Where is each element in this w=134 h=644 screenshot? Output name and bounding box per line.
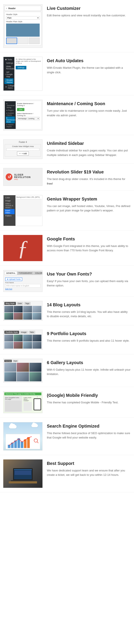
sidebar-maps: WP Google Map <box>4 70 13 78</box>
gallery-tabs: Normal Style <box>4 360 41 362</box>
mobile-friendly-title: (Google) Mobile Friendly <box>47 392 131 398</box>
feature-gallery-layouts: Normal Style 6 Gallery Layouts With 6 Ga… <box>0 354 134 387</box>
maintenance-enable-label: Enable Maintenance / Coming S <box>17 102 40 106</box>
sidebar-tools: Tools <box>4 58 13 61</box>
feature-portfolio-layouts: Portfolio Style Image Tabs 9 Portfolio L… <box>0 325 134 354</box>
tab-general[interactable]: GENERAL <box>5 272 17 275</box>
gallery-thumb-2[interactable] <box>17 363 29 372</box>
portfolio-thumb-7[interactable] <box>23 342 32 348</box>
maintenance-mode-select[interactable]: Homepage - Landing ▾ <box>17 117 40 120</box>
gallery-tab-style[interactable]: Style <box>13 360 18 362</box>
table-surface <box>9 481 37 484</box>
style-thumb-1[interactable] <box>6 38 17 44</box>
gallery-thumb-1[interactable] <box>4 363 16 372</box>
gallery-thumb-5[interactable] <box>17 372 29 381</box>
add-icon: ＋ <box>19 152 21 155</box>
portfolio-tab-image[interactable]: Image <box>20 331 28 334</box>
feature-blog-layouts: Blog Style Date Tags 14 Blog Layouts Thi… <box>0 296 134 326</box>
settings-button[interactable]: Settings <box>16 66 26 69</box>
blog-layouts-content: 14 Blog Layouts This theme comes with 14… <box>47 301 131 319</box>
blog-tab-tags[interactable]: Tags <box>24 302 31 305</box>
support-mockup <box>3 460 42 488</box>
sidebar-slider: Slider Revolution <box>4 65 13 70</box>
theme-options-tabs: GENERAL TYPOGRAPHY COLOR WIDO <box>4 271 41 275</box>
portfolio-thumb-1[interactable] <box>4 335 13 342</box>
tab-typography[interactable]: TYPOGRAPHY <box>17 272 33 275</box>
genius-wrapper-image: Color Image Video ( Youtube & Vimeo ) In… <box>3 195 42 226</box>
portfolio-tab-tabs[interactable]: Tabs <box>28 331 35 334</box>
bg-video-label: Background Video URL (MP4) <box>16 196 41 198</box>
wrapper-mockup: Color Image Video ( Youtube & Vimeo ) In… <box>3 195 42 226</box>
sidebar-settings: Settings <box>4 61 13 65</box>
portfolio-thumb-6[interactable] <box>14 342 23 348</box>
seo-chart <box>6 434 40 449</box>
upload-icon: ⊕ <box>7 278 8 280</box>
phone-screen <box>34 399 40 410</box>
blog-thumb-4[interactable] <box>32 306 41 312</box>
tab-color[interactable]: COLOR <box>34 272 42 275</box>
blog-layouts-mockup: Blog Style Date Tags <box>3 301 42 321</box>
maintenance-toggle[interactable]: ON <box>17 108 24 111</box>
gallery-tab-normal[interactable]: Normal <box>4 360 12 362</box>
sidebar-envato[interactable]: Envato Market <box>4 78 13 84</box>
edit-font-link[interactable]: Edit Font <box>5 288 40 290</box>
feature-live-customizer: ‹ Header Header Style Plain ▾ Header Pla… <box>0 0 134 52</box>
portfolio-thumb-5[interactable] <box>4 342 13 348</box>
feature-seo: Search Engine Optimized This theme follo… <box>0 418 134 455</box>
feature-mobile-friendly: Awesome! This page is mobile friendly. H… <box>0 387 134 418</box>
add-widget-button[interactable]: ＋ + Add <box>17 152 28 156</box>
blog-thumb-5[interactable] <box>4 313 13 320</box>
portfolio-tab-style[interactable]: Portfolio Style <box>4 331 19 334</box>
wrapper-sidebar: Color Image Video ( Youtube & Vimeo ) In… <box>3 195 15 226</box>
laptop-body <box>13 468 33 480</box>
sidebar-mockup: Footer 4 Create New Widget Area ＋ + Add <box>3 140 42 159</box>
feature-own-fonts: GENERAL TYPOGRAPHY COLOR WIDO ⊕ Upload F… <box>0 266 134 296</box>
blog-tab-style[interactable]: Blog Style <box>4 302 16 305</box>
style-thumb-3[interactable] <box>29 38 40 44</box>
mobile-friendly-desc: This theme has completed Google Mobile -… <box>47 400 131 405</box>
header-style-select[interactable]: Plain ▾ <box>6 16 40 20</box>
wrapper-item-insert-video[interactable]: Insert Video <box>4 209 15 214</box>
portfolio-thumb-3[interactable] <box>23 335 32 342</box>
live-customizer-content: Live Customizer Edit theme options and v… <box>47 4 131 18</box>
feature-best-support: Best Support We have dedicated support t… <box>0 455 134 492</box>
laptop-base <box>11 480 35 481</box>
blog-thumb-8[interactable] <box>32 313 41 320</box>
portfolio-thumb-8[interactable] <box>32 342 41 348</box>
blog-thumb-3[interactable] <box>23 306 32 312</box>
blog-thumb-6[interactable] <box>14 313 23 320</box>
best-support-content: Best Support We have dedicated support t… <box>47 460 131 478</box>
tools-icon <box>5 59 6 60</box>
seo-mockup <box>3 422 42 450</box>
gallery-thumb-4[interactable] <box>4 372 16 381</box>
admin-sidebar: Tools Settings Slider Revolution WP Goog… <box>3 57 14 90</box>
genius-wrapper-title: Genius Wrapper System <box>47 196 131 202</box>
googlebot-preview <box>5 400 21 412</box>
blog-thumb-7[interactable] <box>23 313 32 320</box>
mobile-info: Learn more about mobile? <box>23 396 32 412</box>
gallery-thumb-6[interactable] <box>29 372 41 381</box>
wrapper-item-image: Image <box>4 199 15 202</box>
maintenance-select-label: Select Maintenance / Coming So <box>17 112 40 116</box>
wrapper-item-pattern: Pattern <box>4 214 15 217</box>
blog-thumb-2[interactable] <box>14 306 23 312</box>
laptop-screen-top <box>14 469 32 470</box>
gallery-thumb-3[interactable] <box>29 363 41 372</box>
sidebar-collapse[interactable]: ⊖ Collapse menu <box>4 84 13 90</box>
blog-tab-date[interactable]: Date <box>16 302 23 305</box>
font-name-input[interactable]: Fill in font name in English <box>5 284 40 288</box>
revolution-slider-image: ↺ SLIDER REVOLUTION PRO <box>3 168 42 186</box>
mockup-header-title: Header <box>8 7 16 10</box>
maint-sidebar-item-4[interactable]: ▸ Maintenance Mode <box>6 116 15 123</box>
maintenance-desc: Turn your site to maintenance or coming … <box>47 109 131 118</box>
style-thumb-2[interactable] <box>18 38 28 44</box>
blog-thumb-1[interactable] <box>4 306 13 312</box>
upload-fonts-button[interactable]: ⊕ Upload Fonts <box>5 278 22 281</box>
feature-maintenance: ▸ Thumbnail Sizing ▸ Plugins ▸ Custom Cs… <box>0 95 134 135</box>
video-url-input-area[interactable] <box>16 199 41 216</box>
portfolio-thumb-4[interactable] <box>32 335 41 342</box>
portfolio-thumb-2[interactable] <box>14 335 23 342</box>
blog-tabs: Blog Style Date Tags <box>4 302 41 305</box>
widget-area-label: Create New Widget Area <box>6 145 39 148</box>
envato-icon <box>5 80 6 82</box>
